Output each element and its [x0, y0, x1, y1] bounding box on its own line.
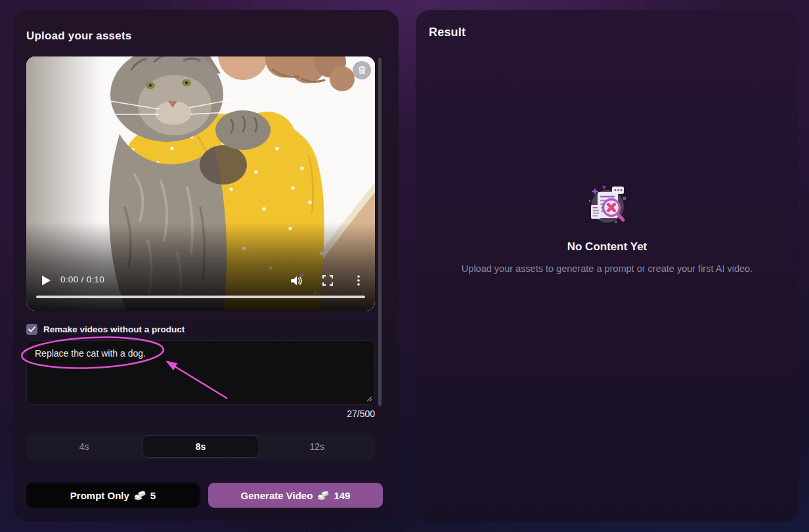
kebab-menu-icon	[357, 275, 360, 286]
result-panel-title: Result	[429, 26, 466, 39]
checkmark-icon	[28, 326, 35, 332]
video-more-button[interactable]	[351, 273, 366, 288]
play-icon	[39, 274, 53, 287]
coins-icon	[317, 490, 329, 500]
duration-option-8s[interactable]: 8s	[142, 435, 259, 458]
generate-video-label: Generate Video	[241, 490, 313, 501]
checkbox-checked[interactable]	[26, 324, 37, 335]
result-panel: Result	[416, 10, 798, 522]
upload-panel: Upload your assets	[13, 10, 399, 521]
video-progress-bar[interactable]	[36, 296, 365, 298]
remake-checkbox-row[interactable]: Remake videos without a product	[26, 324, 185, 335]
no-results-icon	[586, 183, 628, 225]
fullscreen-icon	[322, 275, 333, 286]
video-controls: 0:00 / 0:10	[26, 272, 375, 289]
empty-state-icon-wrap	[416, 183, 798, 225]
prompt-textarea-container: Replace the cat with a dog.	[26, 340, 375, 405]
prompt-only-label: Prompt Only	[70, 490, 129, 501]
char-count: 27/500	[347, 409, 375, 419]
volume-button[interactable]	[289, 273, 303, 288]
empty-state-title: No Content Yet	[416, 240, 798, 254]
duration-option-4s[interactable]: 4s	[26, 433, 142, 460]
upload-panel-title: Upload your assets	[26, 30, 131, 43]
play-button[interactable]	[39, 274, 53, 287]
generate-video-button[interactable]: Generate Video 149	[208, 483, 383, 508]
volume-icon	[290, 275, 303, 286]
prompt-only-cost: 5	[150, 490, 156, 501]
scrollbar-thumb[interactable]	[378, 58, 382, 406]
prompt-only-button[interactable]: Prompt Only 5	[26, 483, 200, 508]
fullscreen-button[interactable]	[320, 273, 335, 288]
duration-selector: 4s 8s 12s	[26, 433, 375, 460]
trash-icon	[358, 66, 366, 75]
remake-checkbox-label: Remake videos without a product	[43, 324, 185, 334]
video-player[interactable]: 0:00 / 0:10	[26, 56, 375, 311]
delete-video-button[interactable]	[353, 61, 371, 79]
prompt-textarea[interactable]: Replace the cat with a dog.	[27, 341, 374, 404]
coins-icon	[134, 490, 146, 500]
duration-option-12s[interactable]: 12s	[259, 433, 375, 460]
generate-video-cost: 149	[334, 490, 350, 501]
video-time: 0:00 / 0:10	[60, 275, 104, 284]
empty-state-subtitle: Upload your assets to generate a prompt …	[416, 263, 798, 274]
